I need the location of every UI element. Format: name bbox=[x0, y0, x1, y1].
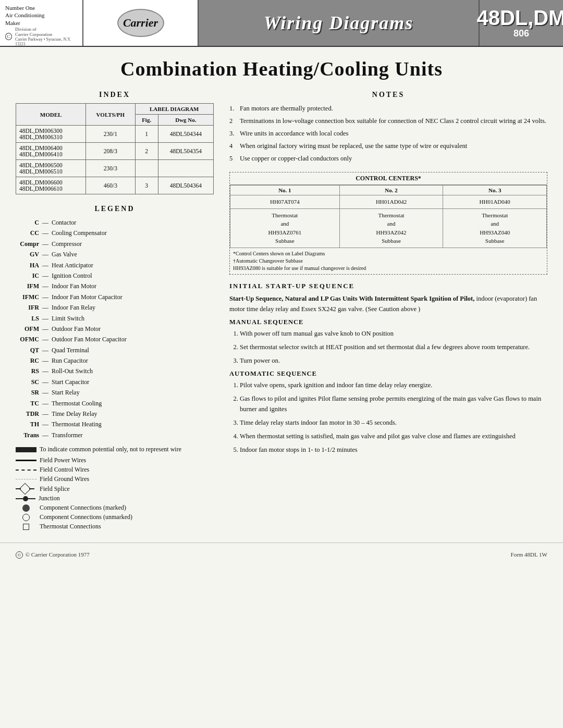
notes-section-title: NOTES bbox=[229, 91, 547, 99]
symbol-row-thermostat: Thermostat Connections bbox=[16, 523, 214, 530]
junction-icon bbox=[16, 496, 35, 501]
manual-step: Turn power on. bbox=[240, 355, 547, 366]
symbol-row-component-unmarked: Component Connections (unmarked) bbox=[16, 513, 214, 521]
division-info: C Division of Carrier Corporation Carrie… bbox=[5, 27, 77, 46]
note-item: 5 Use copper or copper-clad conductors o… bbox=[229, 153, 547, 164]
notes-list: 1. Fan motors are thermally protected. 2… bbox=[229, 103, 547, 164]
manual-step: Set thermostat selector switch at HEAT p… bbox=[240, 342, 547, 352]
component-unmarked-icon bbox=[16, 514, 36, 521]
model-cell: 48DL,DM00630048DL,DM006310 bbox=[16, 126, 86, 143]
legend-item: GV — Gas Valve bbox=[16, 249, 214, 260]
auto-step: Gas flows to pilot and ignites Pilot fla… bbox=[240, 393, 547, 414]
manual-seq-list: With power off turn manual gas valve kno… bbox=[240, 328, 547, 366]
cc-row: HH07AT074 HH01AD042 HH01AD040 bbox=[230, 195, 547, 209]
volts-cell: 230/1 bbox=[86, 126, 135, 143]
form-number: Form 48DL 1W bbox=[511, 551, 547, 559]
fig-cell: 3 bbox=[135, 177, 158, 194]
col-fig: Fig. bbox=[135, 115, 158, 126]
copyright: © © Carrier Corporation 1977 bbox=[16, 551, 90, 559]
legend-item: IFM — Indoor Fan Motor bbox=[16, 281, 214, 291]
legend-section: LEGEND C — Contactor CC — Cooling Compen… bbox=[16, 205, 214, 530]
notes-section: NOTES 1. Fan motors are thermally protec… bbox=[229, 91, 547, 164]
legend-item: TDR — Time Delay Relay bbox=[16, 409, 214, 419]
legend-item: RS — Roll-Out Switch bbox=[16, 366, 214, 376]
legend-item: IFMC — Indoor Fan Motor Capacitor bbox=[16, 292, 214, 302]
legend-item: RC — Run Capacitor bbox=[16, 355, 214, 366]
header-model-area: 48DL,DM 806 bbox=[480, 0, 563, 46]
page-header: Number One Air Conditioning Maker C Divi… bbox=[0, 0, 563, 47]
note-item: 4 When original factory wiring must be r… bbox=[229, 141, 547, 151]
auto-seq-title: AUTOMATIC SEQUENCE bbox=[229, 370, 547, 378]
volts-cell: 230/3 bbox=[86, 160, 135, 177]
legend-item: QT — Quad Terminal bbox=[16, 345, 214, 355]
splice-icon bbox=[16, 485, 36, 493]
legend-item: C — Contactor bbox=[16, 217, 214, 228]
left-column: INDEX MODEL VOLTS/PH LABEL DIAGRAM Fig. … bbox=[16, 89, 214, 532]
cc-row: ThermostatandHH93AZ0761Subbase Thermosta… bbox=[230, 208, 547, 248]
startup-intro: Start-Up Sequence, Natural and LP Gas Un… bbox=[229, 293, 547, 314]
right-column: NOTES 1. Fan motors are thermally protec… bbox=[229, 89, 547, 532]
auto-seq-list: Pilot valve opens, spark ignition and in… bbox=[240, 380, 547, 455]
field-power-icon bbox=[16, 460, 36, 461]
legend-item: LS — Limit Switch bbox=[16, 313, 214, 324]
dwg-cell: 48DL504344 bbox=[158, 126, 213, 143]
main-content: INDEX MODEL VOLTS/PH LABEL DIAGRAM Fig. … bbox=[0, 89, 563, 532]
legend-grid: C — Contactor CC — Cooling Compensator C… bbox=[16, 217, 214, 440]
model-number: 48DL,DM bbox=[476, 7, 563, 28]
note-item: 3. Wire units in accordance with local c… bbox=[229, 128, 547, 139]
auto-step: When thermostat setting is satisfied, ma… bbox=[240, 431, 547, 441]
c-circle-icon: C bbox=[5, 33, 12, 40]
table-row: 48DL,DM00660048DL,DM006610 460/3 3 48DL5… bbox=[16, 177, 214, 194]
manual-step: With power off turn manual gas valve kno… bbox=[240, 328, 547, 339]
table-row: 48DL,DM00650048DL,DM006510 230/3 bbox=[16, 160, 214, 177]
index-section-title: INDEX bbox=[16, 91, 214, 99]
legend-item: SC — Start Capacitor bbox=[16, 377, 214, 387]
cc-note1: *Control Centers shown on Label Diagrams… bbox=[230, 248, 547, 274]
carrier-logo-area: Carrier bbox=[83, 0, 199, 46]
legend-item: Compr — Compressor bbox=[16, 239, 214, 249]
dwg-cell bbox=[158, 160, 213, 177]
tagline: Number One Air Conditioning Maker bbox=[5, 4, 77, 27]
fig-cell bbox=[135, 160, 158, 177]
legend-item: HA — Heat Anticipator bbox=[16, 260, 214, 270]
symbol-row-component-marked: Component Connections (marked) bbox=[16, 504, 214, 512]
legend-item: CC — Cooling Compensator bbox=[16, 228, 214, 238]
model-sub: 806 bbox=[513, 28, 529, 39]
cc-col3: No. 3 bbox=[443, 186, 547, 195]
col-volts: VOLTS/PH bbox=[86, 104, 135, 126]
copyright-icon: © bbox=[16, 551, 23, 559]
note-item: 1. Fan motors are thermally protected. bbox=[229, 103, 547, 114]
legend-item: TC — Thermostat Cooling bbox=[16, 398, 214, 409]
dwg-cell: 48DL504364 bbox=[158, 177, 213, 194]
col-label-diagram: LABEL DIAGRAM bbox=[135, 104, 213, 115]
header-title: Wiring Diagrams bbox=[264, 12, 414, 34]
table-row: 48DL,DM00630048DL,DM006310 230/1 1 48DL5… bbox=[16, 126, 214, 143]
auto-step: Time delay relay starts indoor fan motor… bbox=[240, 417, 547, 428]
startup-title: INITIAL START-UP SEQUENCE bbox=[229, 282, 547, 290]
volts-cell: 208/3 bbox=[86, 143, 135, 160]
field-control-icon bbox=[16, 470, 36, 471]
model-cell: 48DL,DM00650048DL,DM006510 bbox=[16, 160, 86, 177]
main-title: Combination Heating/Cooling Units bbox=[0, 47, 563, 89]
component-marked-icon bbox=[16, 504, 36, 512]
legend-item: IC — Ignition Control bbox=[16, 270, 214, 281]
legend-item: SR — Start Relay bbox=[16, 387, 214, 398]
legend-item: Trans — Transformer bbox=[16, 430, 214, 440]
legend-section-title: LEGEND bbox=[16, 205, 214, 213]
page-footer: © © Carrier Corporation 1977 Form 48DL 1… bbox=[0, 542, 563, 563]
thermostat-icon bbox=[16, 524, 36, 530]
manual-seq-title: MANUAL SEQUENCE bbox=[229, 318, 547, 326]
symbol-row-splice: Field Splice bbox=[16, 485, 214, 493]
field-ground-icon bbox=[16, 479, 36, 479]
control-centers-section: CONTROL CENTERS* No. 1 No. 2 No. 3 HH07A… bbox=[229, 172, 547, 275]
symbol-row-solid: To indicate common potential only, not t… bbox=[16, 446, 214, 453]
model-cell: 48DL,DM00660048DL,DM006610 bbox=[16, 177, 86, 194]
solid-bar-icon bbox=[16, 447, 36, 452]
legend-item: OFMC — Outdoor Fan Motor Capacitor bbox=[16, 334, 214, 344]
model-cell: 48DL,DM00640048DL,DM006410 bbox=[16, 143, 86, 160]
symbol-section: To indicate common potential only, not t… bbox=[16, 446, 214, 530]
col-dwg: Dwg No. bbox=[158, 115, 213, 126]
symbol-row-field-control: Field Control Wires bbox=[16, 466, 214, 474]
symbol-row-junction: Junction bbox=[16, 495, 214, 502]
carrier-logo: Carrier bbox=[117, 9, 164, 37]
